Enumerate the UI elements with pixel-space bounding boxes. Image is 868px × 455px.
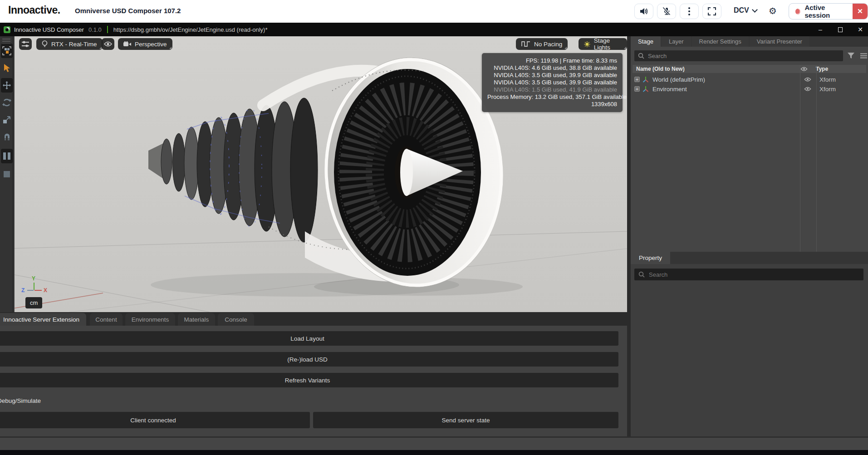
app-icon: [4, 26, 10, 33]
viewport-3d-canvas[interactable]: RTX - Real-Time Perspective No Pacing: [15, 36, 627, 312]
send-server-state-button[interactable]: Send server state: [313, 412, 618, 428]
window-app-version: 0.1.0: [88, 26, 102, 33]
tab-innoactive-server-extension[interactable]: Innoactive Server Extension: [0, 313, 86, 326]
renderer-selector[interactable]: RTX - Real-Time: [36, 38, 103, 50]
tab-layer[interactable]: Layer: [662, 36, 691, 47]
bottom-tab-bar: Innoactive Server Extension Content Envi…: [0, 312, 627, 326]
chevron-down-icon: [752, 7, 758, 13]
stage-lights-toggle[interactable]: Stage Lights: [579, 38, 627, 50]
end-session-button[interactable]: ✕: [853, 4, 868, 19]
viewport-settings-button[interactable]: [19, 38, 32, 50]
panel-divider[interactable]: [627, 36, 631, 450]
minimize-button[interactable]: –: [816, 26, 824, 33]
visibility-toggle[interactable]: [799, 77, 816, 82]
list-icon: [860, 53, 867, 59]
rotate-tool[interactable]: [1, 95, 13, 110]
axis-x-label: X: [44, 287, 47, 294]
snap-tool[interactable]: [1, 130, 13, 144]
column-name-header[interactable]: Name (Old to New): [633, 66, 796, 72]
visibility-column-header: [796, 67, 812, 71]
more-options-button[interactable]: [680, 4, 699, 19]
move-icon: [2, 81, 11, 90]
tab-console[interactable]: Console: [218, 313, 254, 326]
selection-mode-button[interactable]: [1, 44, 13, 58]
active-session-control[interactable]: Active session ✕: [789, 3, 868, 20]
footer-bar: [0, 450, 868, 455]
cursor-select-tool[interactable]: [1, 61, 13, 75]
units-badge: cm: [25, 297, 42, 308]
maximize-icon: [838, 27, 843, 32]
camera-icon: [123, 41, 131, 47]
stage-lights-label: Stage Lights: [594, 37, 622, 51]
maximize-button[interactable]: [836, 26, 844, 33]
window-title-bar: Innoactive USD Composer 0.1.0 https://ds…: [0, 23, 868, 36]
scale-icon: [3, 116, 11, 124]
property-search-input[interactable]: [634, 269, 863, 280]
pause-icon: [3, 152, 10, 160]
stage-panel-tabs: Stage Layer Render Settings Variant Pres…: [631, 36, 868, 47]
eye-icon: [104, 41, 112, 47]
fullscreen-button[interactable]: [702, 4, 721, 19]
microphone-muted-button[interactable]: [657, 4, 676, 19]
title-separator: [107, 26, 108, 33]
client-connected-button[interactable]: Client connected: [0, 412, 310, 428]
visibility-toggle[interactable]: [799, 87, 816, 91]
no-pacing-toggle[interactable]: No Pacing: [516, 38, 568, 50]
tab-property[interactable]: Property: [631, 252, 670, 264]
prim-name: Environment: [652, 86, 802, 93]
visibility-options-button[interactable]: [102, 38, 114, 50]
tab-content[interactable]: Content: [90, 313, 123, 326]
no-pacing-label: No Pacing: [534, 41, 562, 48]
tab-render-settings[interactable]: Render Settings: [692, 36, 749, 47]
column-type-header[interactable]: Type: [812, 66, 828, 72]
select-prims-icon: [2, 46, 11, 55]
pause-playback-button[interactable]: [1, 149, 13, 163]
prim-name: World (defaultPrim): [652, 76, 802, 83]
tab-variant-presenter[interactable]: Variant Presenter: [750, 36, 809, 47]
camera-selector[interactable]: Perspective: [118, 38, 172, 50]
tree-row-environment[interactable]: + Environment Xform: [633, 84, 866, 93]
prim-type: Xform: [816, 76, 836, 83]
top-bar: Innoactive. Omniverse USD Composer 107.2: [0, 0, 868, 23]
eye-icon: [800, 67, 808, 71]
axis-gizmo: Y X Z: [22, 277, 49, 298]
filter-button[interactable]: [846, 51, 856, 61]
right-panel: Stage Layer Render Settings Variant Pres…: [631, 36, 868, 450]
tree-row-world[interactable]: + World (defaultPrim) Xform: [633, 75, 866, 84]
tab-materials[interactable]: Materials: [178, 313, 215, 326]
active-session-label: Active session: [804, 4, 846, 19]
left-toolbar: [0, 36, 14, 312]
performance-stats-overlay: FPS: 119.98 | Frame time: 8.33 ms NVIDIA…: [482, 53, 623, 112]
xform-prim-icon: [642, 86, 649, 92]
resolution-stat: 1339x608: [487, 101, 617, 108]
stop-playback-button[interactable]: [1, 167, 13, 181]
stage-file-path: https://dsbg.gmbh/ov/JetEngine/JetEngine…: [113, 26, 268, 33]
stage-search-input[interactable]: [634, 50, 843, 61]
property-tab-bar: Property: [631, 252, 868, 264]
status-strip: [0, 436, 868, 450]
settings-gear-button[interactable]: ⚙: [769, 5, 777, 17]
tab-environments[interactable]: Environments: [125, 313, 175, 326]
debug-simulate-label: Debug/Simulate: [0, 397, 41, 404]
expand-icon[interactable]: +: [634, 77, 640, 82]
process-memory-stat: Process Memory: 13.2 GiB used, 357.1 GiB…: [487, 93, 617, 101]
prim-type: Xform: [816, 86, 836, 93]
move-tool[interactable]: [1, 78, 13, 93]
dcv-dropdown[interactable]: DCV: [734, 6, 757, 15]
refresh-variants-button[interactable]: Refresh Variants: [0, 373, 618, 387]
tab-stage[interactable]: Stage: [631, 36, 661, 47]
square-wave-icon: [521, 41, 530, 47]
reload-usd-button[interactable]: (Re-)load USD: [0, 352, 618, 367]
list-options-button[interactable]: [858, 51, 868, 61]
fullscreen-icon: [708, 7, 716, 15]
innoactive-logo: Innoactive.: [8, 4, 60, 16]
volume-button[interactable]: [634, 4, 653, 19]
kebab-menu-icon: [688, 7, 690, 15]
lightbulb-icon: [42, 40, 48, 48]
mic-off-icon: [662, 7, 671, 16]
gpu-stat: NVIDIA L40S: 3.5 GiB used, 39.9 GiB avai…: [487, 72, 617, 79]
load-layout-button[interactable]: Load Layout: [0, 331, 618, 346]
expand-icon[interactable]: +: [634, 86, 640, 92]
close-window-button[interactable]: ✕: [856, 26, 864, 33]
scale-tool[interactable]: [1, 113, 13, 127]
